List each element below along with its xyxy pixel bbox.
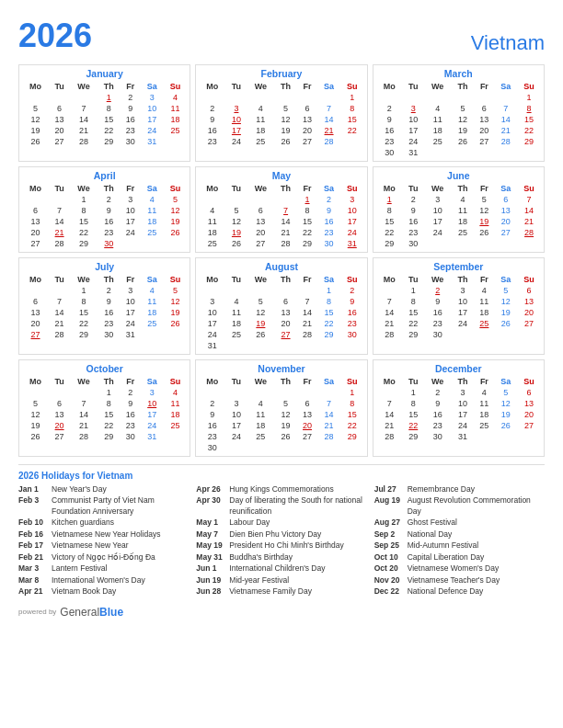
- cal-day: 25: [247, 136, 274, 147]
- cal-day: [340, 340, 364, 351]
- cal-day: 1: [317, 285, 340, 296]
- cal-day: 15: [317, 307, 340, 318]
- list-item: Mar 8International Women's Day: [18, 575, 189, 586]
- cal-day: 20: [297, 125, 317, 136]
- cal-day: 5: [225, 205, 247, 216]
- cal-day: 21: [495, 125, 518, 136]
- cal-day: 3: [225, 103, 247, 114]
- month-block-may: MayMoTuWeThFrSaSu12345678910111213141516…: [195, 166, 367, 253]
- month-name: October: [22, 363, 187, 374]
- cal-day: 12: [274, 409, 297, 420]
- cal-day: 16: [199, 420, 225, 431]
- cal-day: [225, 92, 247, 103]
- month-name: November: [199, 363, 363, 374]
- cal-day: 11: [247, 409, 274, 420]
- cal-day: 13: [495, 205, 518, 216]
- cal-day: 16: [98, 307, 121, 318]
- cal-day: 15: [70, 216, 98, 227]
- list-item: Nov 20Vietnamese Teacher's Day: [374, 575, 545, 586]
- cal-day: 30: [98, 329, 121, 340]
- cal-day: [452, 329, 475, 340]
- cal-day: 28: [376, 329, 403, 340]
- cal-day: 21: [376, 318, 403, 329]
- cal-day: 19: [164, 307, 188, 318]
- cal-day: 30: [403, 238, 424, 249]
- cal-day: 19: [247, 318, 274, 329]
- cal-day: 13: [22, 307, 49, 318]
- cal-day: 14: [517, 205, 541, 216]
- cal-day: 2: [424, 387, 452, 398]
- cal-day: 21: [317, 420, 340, 431]
- holiday-name: Mid-year Festival: [229, 575, 289, 586]
- cal-day: 6: [247, 205, 274, 216]
- cal-day: [274, 387, 297, 398]
- cal-day: [376, 285, 403, 296]
- brand-general: General: [60, 606, 99, 619]
- cal-day: 20: [297, 420, 317, 431]
- cal-day: [49, 194, 70, 205]
- cal-day: 7: [49, 296, 70, 307]
- cal-day: 20: [274, 318, 297, 329]
- cal-day: 23: [98, 227, 121, 238]
- cal-day: 19: [164, 216, 188, 227]
- cal-day: 17: [225, 125, 247, 136]
- cal-day: [199, 387, 225, 398]
- cal-day: [225, 442, 247, 453]
- cal-day: 30: [317, 238, 340, 249]
- holiday-date: Apr 30: [196, 495, 229, 517]
- cal-day: 1: [98, 387, 121, 398]
- list-item: Apr 30Day of liberating the South for na…: [196, 495, 366, 517]
- cal-day: 22: [98, 420, 121, 431]
- cal-day: 23: [424, 318, 452, 329]
- cal-day: 10: [424, 205, 452, 216]
- cal-day: 9: [199, 409, 225, 420]
- holiday-name: National Day: [408, 529, 453, 540]
- month-block-october: OctoberMoTuWeThFrSaSu1234567891011121314…: [18, 359, 190, 457]
- cal-day: 10: [225, 114, 247, 125]
- cal-day: 29: [317, 329, 340, 340]
- holiday-date: Jan 1: [18, 484, 52, 495]
- cal-day: [225, 387, 247, 398]
- holiday-date: May 7: [196, 529, 229, 540]
- holiday-name: National Defence Day: [408, 586, 484, 597]
- cal-day: 28: [517, 227, 541, 238]
- cal-day: 8: [98, 103, 121, 114]
- cal-day: 9: [403, 205, 424, 216]
- cal-day: 17: [225, 420, 247, 431]
- cal-day: 15: [340, 114, 364, 125]
- cal-day: [199, 194, 225, 205]
- cal-day: 28: [317, 136, 340, 147]
- cal-day: 17: [452, 409, 475, 420]
- list-item: Apr 21Vietnam Book Day: [18, 586, 189, 597]
- cal-day: 2: [98, 194, 121, 205]
- holiday-name: President Ho Chi Minh's Birthday: [229, 540, 343, 551]
- list-item: Aug 27Ghost Festival: [374, 518, 545, 528]
- cal-day: [424, 238, 452, 249]
- cal-day: 6: [517, 285, 541, 296]
- cal-day: 15: [340, 409, 364, 420]
- holiday-date: Aug 19: [374, 495, 408, 517]
- cal-day: 16: [340, 307, 364, 318]
- list-item: Jun 1International Children's Day: [196, 563, 366, 574]
- cal-day: 29: [403, 431, 424, 442]
- cal-day: 21: [376, 420, 403, 431]
- cal-day: [297, 92, 317, 103]
- cal-day: 30: [121, 431, 141, 442]
- cal-day: 6: [517, 387, 541, 398]
- cal-day: 10: [121, 296, 141, 307]
- cal-day: 8: [517, 103, 541, 114]
- cal-day: 3: [225, 398, 247, 409]
- cal-day: [164, 238, 188, 249]
- cal-day: 19: [22, 420, 49, 431]
- holiday-date: Feb 10: [18, 518, 52, 528]
- cal-day: [274, 194, 297, 205]
- cal-day: 1: [297, 194, 317, 205]
- cal-day: 12: [225, 216, 247, 227]
- cal-day: 26: [495, 420, 518, 431]
- cal-day: 13: [474, 114, 494, 125]
- holidays-section: 2026 Holidays for Vietnam Jan 1New Year'…: [18, 464, 545, 598]
- cal-day: 31: [141, 136, 164, 147]
- brand-name: GeneralBlue: [60, 606, 123, 619]
- cal-day: 15: [517, 114, 541, 125]
- cal-day: 11: [141, 205, 164, 216]
